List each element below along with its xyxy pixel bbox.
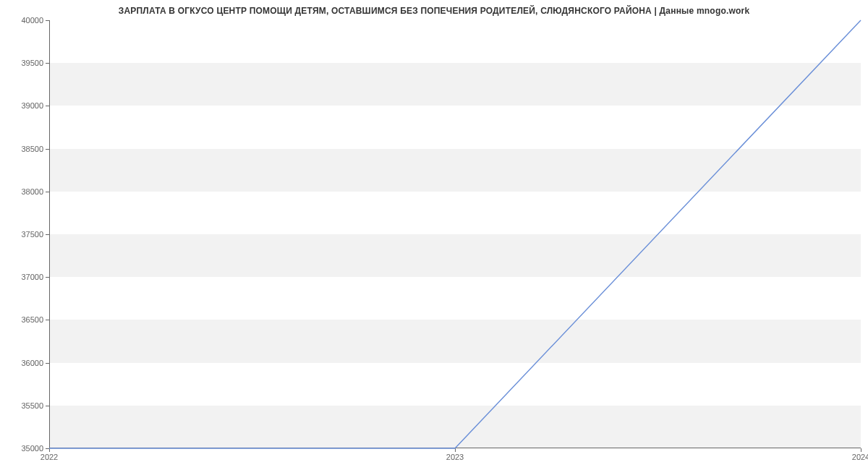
y-tick-label: 37500 xyxy=(21,230,43,239)
y-tick-label: 40000 xyxy=(21,16,43,25)
x-tick-mark xyxy=(861,448,861,452)
y-tick-label: 39500 xyxy=(21,59,43,67)
y-tick-label: 39000 xyxy=(21,101,43,110)
y-tick-label: 37000 xyxy=(21,273,43,281)
x-tick-label: 2024 xyxy=(852,453,868,461)
y-tick-label: 38500 xyxy=(21,145,43,153)
y-tick-label: 35000 xyxy=(21,444,43,453)
y-tick-label: 38000 xyxy=(21,187,43,196)
y-tick-label: 36500 xyxy=(21,315,43,324)
line-series xyxy=(49,20,861,448)
x-tick-label: 2023 xyxy=(446,453,464,461)
x-tick-mark xyxy=(455,448,456,452)
y-tick-label: 35500 xyxy=(21,401,43,410)
x-tick-label: 2022 xyxy=(41,453,58,461)
y-tick-label: 36000 xyxy=(21,359,43,367)
x-tick-mark xyxy=(49,448,50,452)
plot-area: 3500035500360003650037000375003800038500… xyxy=(49,20,861,448)
chart-title: ЗАРПЛАТА В ОГКУСО ЦЕНТР ПОМОЩИ ДЕТЯМ, ОС… xyxy=(0,6,868,16)
